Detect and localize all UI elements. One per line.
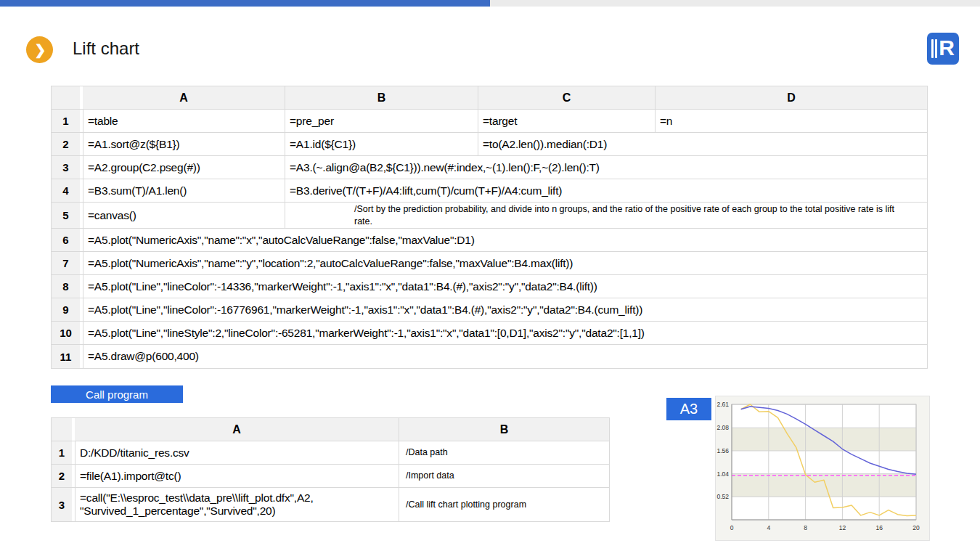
svg-text:2.61: 2.61 — [716, 401, 729, 408]
row-number: 8 — [52, 275, 83, 298]
corner-cell — [52, 418, 75, 441]
cell-A7: =A5.plot("NumericAxis","name":"y","locat… — [83, 252, 927, 274]
cell-C1: =target — [478, 110, 656, 132]
table-row: 1 =table =pre_per =target =n — [52, 110, 927, 133]
cell-A1: D:/KDD/titanic_res.csv — [75, 441, 399, 464]
cell-B2: =A1.id(${C1}) — [285, 133, 478, 155]
col-header-B: B — [285, 86, 478, 109]
table-row: 6 =A5.plot("NumericAxis","name":"x","aut… — [52, 229, 927, 252]
table-row: 2 =A1.sort@z(${B1}) =A1.id(${C1}) =to(A2… — [52, 133, 927, 156]
svg-text:20: 20 — [912, 524, 920, 531]
row-number: 1 — [52, 441, 75, 464]
table-row: 5 =canvas() /Sort by the prediction prob… — [52, 203, 927, 229]
cell-A3: =A2.group(C2.pseg(#)) — [83, 156, 285, 179]
cell-B5-comment: /Sort by the prediction probability, and… — [285, 203, 927, 228]
table-row: 11 =A5.draw@p(600,400) — [52, 345, 927, 368]
call-program-button[interactable]: Call program — [51, 385, 183, 403]
col-header-C: C — [478, 86, 656, 109]
table-row: 8 =A5.plot("Line","lineColor":-14336,"ma… — [52, 275, 927, 298]
svg-text:16: 16 — [875, 524, 883, 531]
header-row: A B C D — [52, 86, 927, 110]
cell-A9: =A5.plot("Line","lineColor":-16776961,"m… — [83, 298, 927, 321]
row-number: 6 — [52, 229, 83, 251]
row-number: 2 — [52, 465, 75, 487]
row-number: 5 — [52, 203, 83, 228]
row-number: 4 — [52, 179, 83, 202]
corner-cell — [52, 86, 83, 109]
table-row: 1 D:/KDD/titanic_res.csv /Data path — [52, 441, 609, 465]
call-program-grid: A B 1 D:/KDD/titanic_res.csv /Data path … — [51, 417, 610, 522]
cell-D1: =n — [656, 110, 927, 132]
col-header-A: A — [75, 418, 399, 441]
table-row: 10 =A5.plot("Line","lineStyle":2,"lineCo… — [52, 322, 927, 345]
cell-A3: =call("E:\\esproc_test\\data_pre\\lift_p… — [75, 488, 399, 521]
svg-text:4: 4 — [767, 524, 770, 531]
cell-B3-comment: /Call lift chart plotting program — [399, 488, 609, 521]
chevron-bullet-icon: ❯ — [26, 36, 53, 63]
cell-B4: =B3.derive(T/(T+F)/A4:lift,cum(T)/cum(T+… — [285, 179, 927, 202]
logo-bar — [931, 39, 934, 58]
header-row: A B — [52, 418, 609, 441]
chart-cell-label: A3 — [666, 398, 711, 420]
col-header-B: B — [399, 418, 609, 441]
table-row: 3 =call("E:\\esproc_test\\data_pre\\lift… — [52, 488, 609, 521]
table-row: 3 =A2.group(C2.pseg(#)) =A3.(~.align@a(B… — [52, 156, 927, 179]
cell-B3: =A3.(~.align@a(B2,${C1})).new(#:index,~(… — [285, 156, 927, 179]
page-title: Lift chart — [73, 38, 139, 59]
svg-text:12: 12 — [839, 524, 846, 531]
raqsoft-logo-icon: R — [927, 33, 959, 65]
cell-A5: =canvas() — [83, 203, 285, 228]
cell-C2: =to(A2.len()).median(:D1) — [478, 133, 927, 155]
svg-text:0: 0 — [730, 524, 734, 531]
cell-A4: =B3.sum(T)/A1.len() — [83, 179, 285, 202]
cell-A8: =A5.plot("Line","lineColor":-14336,"mark… — [83, 275, 927, 298]
cell-B1: =pre_per — [285, 110, 478, 132]
row-number: 10 — [52, 322, 83, 344]
cell-A2: =file(A1).import@tc() — [75, 465, 399, 487]
table-row: 7 =A5.plot("NumericAxis","name":"y","loc… — [52, 252, 927, 275]
svg-text:2.08: 2.08 — [716, 424, 729, 431]
row-number: 9 — [52, 298, 83, 321]
table-row: 9 =A5.plot("Line","lineColor":-16776961,… — [52, 298, 927, 322]
top-accent-bar — [0, 0, 490, 7]
svg-text:8: 8 — [804, 524, 807, 531]
svg-text:1.56: 1.56 — [716, 447, 729, 454]
chevron-glyph: ❯ — [35, 41, 46, 58]
table-row: 4 =B3.sum(T)/A1.len() =B3.derive(T/(T+F)… — [52, 179, 927, 203]
logo-bar — [935, 39, 937, 58]
cell-A6: =A5.plot("NumericAxis","name":"x","autoC… — [83, 229, 927, 251]
row-number: 1 — [52, 110, 83, 132]
svg-text:1.04: 1.04 — [716, 470, 729, 478]
logo-letter: R — [939, 37, 955, 59]
cell-B2-comment: /Import data — [399, 465, 609, 487]
row-number: 3 — [52, 156, 83, 179]
cell-A10: =A5.plot("Line","lineStyle":2,"lineColor… — [83, 322, 927, 344]
col-header-A: A — [83, 86, 285, 109]
row-number: 2 — [52, 133, 83, 155]
lift-chart-panel: 2.612.081.561.040.52048121620 — [715, 396, 930, 541]
cell-A11: =A5.draw@p(600,400) — [83, 345, 927, 368]
cell-B1-comment: /Data path — [399, 441, 609, 464]
row-number: 7 — [52, 252, 83, 274]
col-header-D: D — [656, 86, 927, 109]
svg-text:0.52: 0.52 — [716, 493, 729, 500]
spl-grid: A B C D 1 =table =pre_per =target =n 2 =… — [51, 86, 928, 369]
lift-chart-svg: 2.612.081.561.040.52048121620 — [716, 396, 929, 540]
row-number: 3 — [52, 488, 75, 521]
top-accent-bar-right — [490, 0, 980, 7]
row-number: 11 — [52, 345, 83, 368]
cell-A1: =table — [83, 110, 285, 132]
table-row: 2 =file(A1).import@tc() /Import data — [52, 465, 609, 488]
cell-A2: =A1.sort@z(${B1}) — [83, 133, 285, 155]
